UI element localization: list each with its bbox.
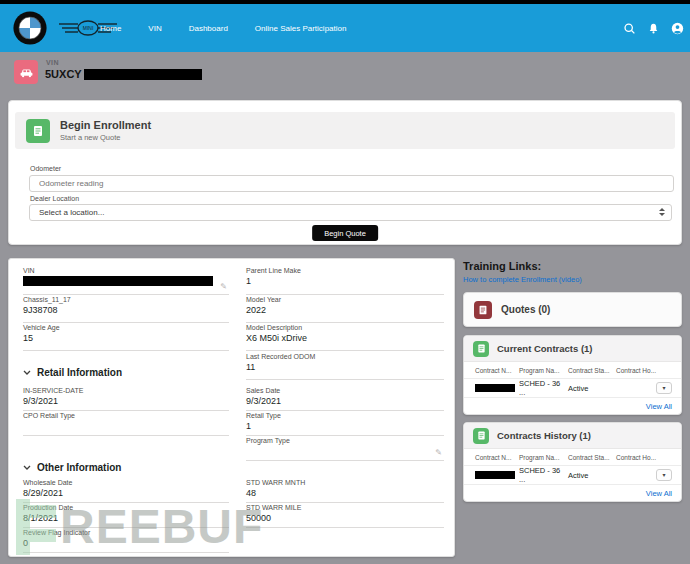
nav-item-home[interactable]: Home [100, 24, 121, 33]
field-value: 11 [246, 362, 444, 373]
field-wholesale-date: Wholesale Date 8/29/2021 [23, 479, 229, 503]
nav-item-vin[interactable]: VIN [148, 24, 161, 33]
begin-enrollment-card: Begin Enrollment Start a new Quote Odome… [8, 100, 682, 245]
contract-row[interactable]: SCHED - 36 ... Active ▾ [464, 379, 681, 398]
section-other-information[interactable]: Other Information [23, 462, 121, 473]
screen: MINI Home VIN Dashboard Online Sales Par… [0, 0, 690, 564]
dealer-location-select[interactable]: Select a location... [29, 204, 672, 221]
car-icon [19, 67, 34, 78]
field-vin: VIN ✎ [23, 267, 229, 295]
field-last-recorded-odom: Last Recorded ODOM 11 [246, 353, 444, 380]
field-model-description: Model Description X6 M50i xDrive [246, 324, 444, 351]
odometer-input[interactable] [29, 175, 674, 192]
field-std-warr-mile: STD WARR MILE 50000 [246, 504, 444, 528]
dealer-location-label: Dealer Location [30, 195, 79, 202]
search-icon[interactable] [623, 22, 636, 35]
svg-text:MINI: MINI [83, 25, 94, 31]
contract-status: Active [568, 471, 616, 480]
field-value: 1 [246, 421, 444, 432]
field-label: IN-SERVICE-DATE [23, 387, 229, 394]
row-actions-caret-button[interactable]: ▾ [656, 469, 672, 481]
col-program-name: Program Na... [519, 454, 568, 461]
field-value: 9/3/2021 [246, 396, 444, 407]
field-value: X6 M50i xDrive [246, 333, 444, 344]
edit-pencil-icon[interactable]: ✎ [435, 448, 442, 457]
section-retail-information[interactable]: Retail Information [23, 367, 122, 378]
current-contracts-card: Current Contracts (1) Contract N... Prog… [463, 335, 682, 415]
field-label: Wholesale Date [23, 479, 229, 486]
contracts-history-card: Contracts History (1) Contract N... Prog… [463, 422, 682, 502]
field-label: Model Description [246, 324, 444, 331]
contract-program-name: SCHED - 36 ... [519, 379, 568, 397]
col-contract-status: Contract Sta... [568, 367, 616, 374]
field-label: Last Recorded ODOM [246, 353, 444, 360]
field-value: 1 [246, 276, 444, 287]
field-value: 48 [246, 488, 444, 499]
field-label: Production Date [23, 504, 229, 511]
begin-enrollment-subtitle: Start a new Quote [60, 133, 151, 142]
select-stepper-icon [659, 208, 665, 216]
field-value: 15 [23, 333, 229, 344]
field-value [23, 421, 229, 432]
nav-utility-icons [623, 4, 684, 52]
user-icon[interactable] [671, 22, 684, 35]
field-program-type: Program Type ✎ [246, 437, 444, 461]
field-label: STD WARR MNTH [246, 479, 444, 486]
field-sales-date: Sales Date 9/3/2021 [246, 387, 444, 411]
contract-status: Active [568, 384, 616, 393]
field-retail-type: Retail Type 1 [246, 412, 444, 436]
field-label: Model Year [246, 296, 444, 303]
current-contracts-title: Current Contracts (1) [497, 343, 593, 354]
row-actions-caret-button[interactable]: ▾ [656, 382, 672, 394]
field-value: 2022 [246, 305, 444, 316]
section-title: Other Information [37, 462, 121, 473]
col-contract-holder: Contract Ho... [616, 367, 672, 374]
contracts-tile [473, 341, 489, 357]
chevron-down-icon [23, 370, 31, 375]
field-label: Program Type [246, 437, 444, 444]
contracts-history-view-all-link[interactable]: View All [646, 489, 672, 498]
contracts-history-title: Contracts History (1) [497, 430, 591, 441]
field-review-flag-indicator: Review Flag Indicator 0 [23, 529, 229, 553]
contract-document-icon [476, 343, 487, 354]
vin-prefix: 5UXCY [45, 68, 82, 80]
field-label: Vehicle Age [23, 324, 229, 331]
field-label: Chassis_11_17 [23, 296, 229, 303]
quotes-card[interactable]: Quotes (0) [463, 292, 682, 327]
contract-row[interactable]: SCHED - 36 ... Active ▾ [464, 466, 681, 485]
field-model-year: Model Year 2022 [246, 296, 444, 323]
edit-pencil-icon[interactable]: ✎ [220, 282, 227, 291]
field-label: Retail Type [246, 412, 444, 419]
vehicle-record-tile [14, 60, 38, 84]
vin-value-redaction-bar [23, 276, 213, 286]
current-contracts-header[interactable]: Current Contracts (1) [464, 336, 681, 362]
field-value: 0 [23, 538, 229, 549]
field-label: STD WARR MILE [246, 504, 444, 511]
chevron-down-icon [23, 465, 31, 470]
field-parent-line-make: Parent Line Make 1 [246, 267, 444, 295]
odometer-label: Odometer [30, 165, 61, 172]
document-icon [31, 124, 45, 138]
field-value: 8/1/2021 [23, 513, 229, 524]
field-value: 8/29/2021 [23, 488, 229, 499]
contract-number-redaction-bar [475, 384, 515, 392]
nav-item-dashboard[interactable]: Dashboard [189, 24, 228, 33]
field-chassis: Chassis_11_17 9J38708 [23, 296, 229, 323]
bell-icon[interactable] [647, 22, 660, 35]
col-contract-holder: Contract Ho... [616, 454, 672, 461]
section-title: Retail Information [37, 367, 122, 378]
contracts-history-header[interactable]: Contracts History (1) [464, 423, 681, 449]
field-value: 9J38708 [23, 305, 229, 316]
current-contracts-view-all-link[interactable]: View All [646, 402, 672, 411]
record-object-label: VIN [46, 59, 59, 66]
contract-program-name: SCHED - 36 ... [519, 466, 568, 484]
field-value [246, 446, 444, 457]
vehicle-details-panel: VIN ✎ Chassis_11_17 9J38708 Vehicle Age … [8, 258, 455, 557]
training-enrollment-video-link[interactable]: How to complete Enrollment (video) [463, 275, 582, 284]
begin-quote-button[interactable]: Begin Quote [312, 225, 378, 241]
contract-number-redaction-bar [475, 471, 515, 479]
quotes-card-title: Quotes (0) [501, 304, 550, 315]
bmw-logo-icon[interactable] [13, 11, 47, 45]
nav-item-online-sales-participation[interactable]: Online Sales Participation [255, 24, 347, 33]
col-contract-status: Contract Sta... [568, 454, 616, 461]
